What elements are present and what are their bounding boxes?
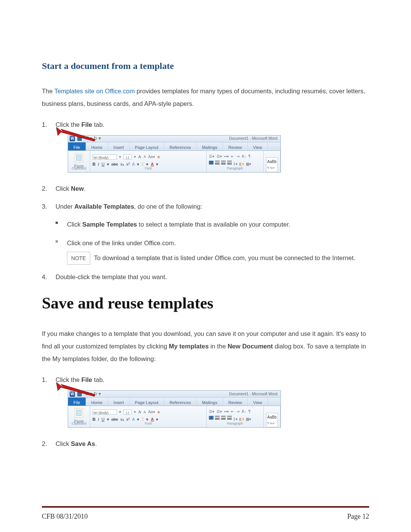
align-left-icon (209, 161, 213, 165)
grow-font-icon: A (138, 153, 141, 161)
save-icon (77, 392, 82, 396)
tab-insert: Insert (108, 142, 130, 150)
ribbon-tabs: File Home Insert Page Layout References … (68, 142, 280, 151)
highlight-icon: ꕯ (142, 416, 144, 423)
tab-page-layout: Page Layout (130, 398, 164, 406)
word-icon: W (70, 136, 75, 141)
text-effects-icon: A (132, 161, 135, 168)
bold: New (71, 185, 84, 192)
tab-mailings: Mailings (197, 142, 223, 150)
text-effects-icon: A (132, 416, 135, 423)
group-paragraph: ☰▾ ☰▾ ▪▪▾ ⇤ ⇥ A↓ ¶ ‡▾ ◧▾ (207, 151, 264, 172)
tab-view: View (248, 142, 268, 150)
step-3: Under Available Templates, do one of the… (42, 201, 369, 264)
text: in the (209, 343, 228, 350)
align-right-icon (221, 416, 226, 420)
pilcrow-icon: ¶ (249, 408, 250, 415)
text: Double-click the template that you want. (56, 273, 167, 280)
text: The (42, 88, 54, 94)
steps-list-a: Click the File tab. W ↺ ▾ ↻ ▾ Document1 … (42, 119, 369, 283)
bold: New Document (228, 343, 273, 350)
text: Click one of the links under Office.com. (67, 240, 176, 246)
grow-font-icon: A (138, 408, 141, 416)
step-b2: Click Save As. (42, 438, 369, 450)
group-font: bri (Body) ▾ 11 ▾ A A Aa▾ ◆ B I U▾ abc (90, 151, 207, 172)
align-right-icon (221, 161, 226, 165)
tab-file: File (68, 142, 86, 150)
tab-view: View (248, 398, 268, 406)
para-save-reuse: If you make changes to a template that y… (42, 328, 369, 365)
note-label: NOTE (67, 252, 90, 265)
clear-format-icon: ◆ (157, 153, 160, 160)
step-4: Double-click the template that you want. (42, 272, 369, 283)
paste-label: Paste (74, 418, 84, 425)
bullets-icon: ☰▾ (209, 408, 214, 415)
underline-icon: U (102, 161, 105, 168)
numbering-icon: ☰▾ (217, 408, 222, 415)
step-b1: Click the File tab. W ↺ ▾ ↻ ▾ Document1 … (42, 374, 369, 428)
font-color-icon: A (151, 416, 154, 423)
indent-inc-icon: ⇥ (236, 408, 239, 415)
shrink-font-icon: A (143, 153, 146, 160)
align-center-icon (215, 161, 220, 165)
strike-icon: abc (112, 161, 118, 168)
sort-icon: A↓ (242, 153, 246, 160)
text: Click (67, 221, 82, 228)
bold: File (81, 121, 92, 128)
document-title: Document1 - Microsoft Word (229, 391, 277, 398)
tab-home: Home (86, 142, 108, 150)
group-styles: AaBb ¶ Nor (264, 151, 280, 172)
multilevel-icon: ▪▪▾ (224, 153, 229, 160)
undo-icon: ↺ ▾ ↻ ▾ (85, 390, 101, 398)
line-spacing-icon: ‡▾ (233, 161, 237, 168)
text: tab. (92, 376, 104, 383)
shading-icon: ◧▾ (239, 161, 244, 168)
steps-list-b: Click the File tab. W ↺ ▾ ↻ ▾ Document1 … (42, 374, 369, 449)
font-size-box: 11 (123, 154, 132, 160)
indent-inc-icon: ⇥ (236, 153, 239, 160)
section-heading-start-template: Start a document from a template (42, 61, 369, 71)
shading-icon: ◧▾ (239, 416, 244, 423)
bullets-icon: ☰▾ (209, 153, 214, 160)
bold: Sample Templates (82, 221, 137, 228)
shrink-font-icon: A (143, 409, 146, 415)
tab-references: References (164, 398, 196, 406)
text: Under (56, 203, 75, 210)
save-icon (77, 136, 82, 141)
tab-home: Home (86, 398, 108, 406)
paste-icon (75, 408, 83, 417)
superscript-icon: x² (126, 416, 130, 423)
bullet-2: Click one of the links under Office.com.… (56, 237, 369, 264)
tab-review: Review (223, 398, 248, 406)
undo-icon: ↺ ▾ ↻ ▾ (85, 134, 101, 143)
tab-page-layout: Page Layout (130, 142, 164, 150)
tab-review: Review (223, 142, 248, 150)
text: . (95, 440, 97, 447)
borders-icon: ▦▾ (246, 161, 251, 168)
font-family-box: bri (Body) (92, 409, 117, 415)
subscript-icon: x₂ (120, 416, 124, 423)
heading-save-reuse: Save and reuse templates (42, 294, 369, 312)
style-sample: AaBb (267, 414, 276, 421)
text: Click the (56, 376, 81, 383)
font-size-box: 11 (123, 409, 132, 415)
text: Click the (56, 121, 81, 128)
change-case-icon: Aa▾ (148, 409, 155, 415)
templates-site-link[interactable]: Templates site on Office.com (54, 88, 135, 94)
italic-icon: I (98, 161, 99, 168)
bullet-icon (56, 222, 58, 224)
ribbon-titlebar: W ↺ ▾ ↻ ▾ Document1 - Microsoft Word (68, 136, 280, 142)
page-footer: CFB 08/31/2010 Page 12 (42, 513, 369, 521)
text: , do one of the following: (134, 203, 202, 210)
bullet-list: Click Sample Templates to select a templ… (56, 219, 369, 265)
underline-icon: U (102, 416, 105, 423)
align-center-icon (215, 416, 220, 420)
word-icon: W (70, 391, 75, 397)
subscript-icon: x₂ (120, 161, 124, 168)
align-left-icon (209, 416, 213, 420)
style-sample: AaBb (267, 158, 276, 165)
paste-label: Paste (74, 163, 84, 170)
font-color-icon: A (151, 161, 154, 168)
superscript-icon: x² (126, 161, 130, 168)
sort-icon: A↓ (242, 408, 246, 415)
